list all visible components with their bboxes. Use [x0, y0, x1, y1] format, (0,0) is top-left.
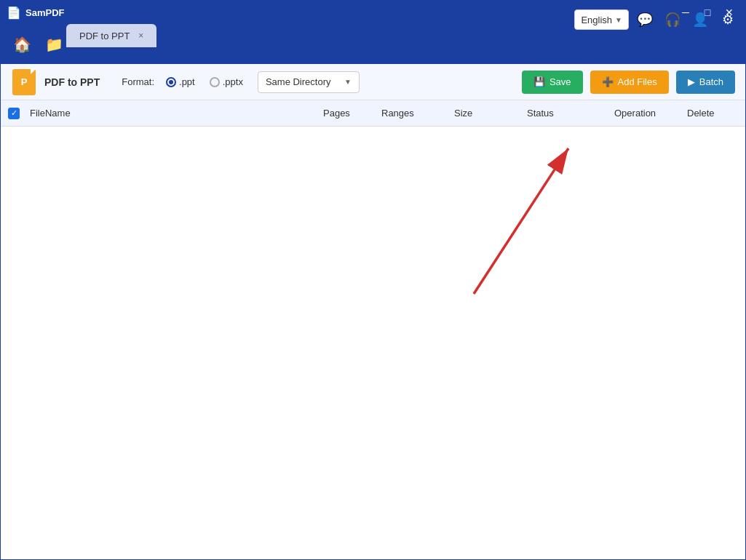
chat-icon: 💬	[637, 12, 653, 28]
pdf-file-icon: P	[12, 69, 36, 95]
ppt-radio[interactable]	[166, 77, 176, 87]
col-header-delete: Delete	[687, 108, 738, 119]
col-header-ranges: Ranges	[381, 108, 454, 119]
svg-line-1	[474, 148, 568, 294]
col-header-size: Size	[454, 108, 527, 119]
settings-button[interactable]: ⚙	[716, 8, 739, 31]
save-button[interactable]: 💾 Save	[522, 71, 583, 94]
batch-button[interactable]: ▶ Batch	[676, 71, 735, 94]
tab-label: PDF to PPT	[79, 31, 130, 41]
col-header-status: Status	[527, 108, 614, 119]
right-toolbar: English ▼ 💬 🎧 👤 ⚙	[574, 8, 739, 31]
pptx-radio[interactable]	[210, 77, 220, 87]
folder-icon: 📁	[45, 36, 63, 53]
ppt-label: .ppt	[179, 76, 195, 87]
home-icon: 🏠	[13, 36, 31, 53]
table-body	[1, 127, 745, 560]
add-files-label: Add Files	[618, 76, 657, 87]
language-selector[interactable]: English ▼	[574, 9, 629, 30]
sub-toolbar: P PDF to PPT Format: .ppt .pptx Same Dir…	[1, 64, 745, 100]
language-value: English	[581, 15, 612, 25]
tab-close-icon[interactable]: ×	[138, 31, 143, 41]
add-icon: ➕	[602, 76, 614, 87]
title-bar-left: 📄 SamPDF	[7, 6, 64, 20]
pdf-icon-container: P	[11, 69, 37, 95]
format-label: Format:	[122, 76, 154, 87]
main-content: P PDF to PPT Format: .ppt .pptx Same Dir…	[1, 64, 745, 560]
table-header: ✓ FileName Pages Ranges Size Status Oper…	[1, 100, 745, 127]
save-label: Save	[549, 76, 571, 87]
app-title: SamPDF	[25, 7, 64, 18]
directory-dropdown-arrow: ▼	[344, 78, 352, 86]
language-dropdown-arrow: ▼	[615, 16, 622, 24]
folder-button[interactable]: 📁	[40, 31, 68, 58]
pptx-label: .pptx	[223, 76, 243, 87]
pdf-to-ppt-tab[interactable]: PDF to PPT ×	[66, 24, 156, 47]
user-icon: 👤	[692, 12, 708, 28]
chat-button[interactable]: 💬	[633, 8, 656, 31]
format-pptx-option[interactable]: .pptx	[210, 76, 243, 87]
add-files-button[interactable]: ➕ Add Files	[590, 71, 669, 94]
header-checkbox-cell: ✓	[8, 108, 30, 119]
headset-button[interactable]: 🎧	[661, 8, 684, 31]
col-header-operation: Operation	[614, 108, 687, 119]
title-bar: 📄 SamPDF PDF to PPT × English ▼ 💬 🎧 👤	[1, 1, 745, 24]
arrow-annotation	[1, 127, 745, 345]
format-ppt-option[interactable]: .ppt	[166, 76, 195, 87]
col-header-pages: Pages	[323, 108, 381, 119]
headset-icon: 🎧	[664, 12, 680, 28]
main-window: 📄 SamPDF PDF to PPT × English ▼ 💬 🎧 👤	[0, 0, 746, 560]
home-button[interactable]: 🏠	[8, 31, 36, 58]
settings-icon: ⚙	[722, 12, 734, 28]
col-header-filename: FileName	[30, 108, 323, 119]
save-icon: 💾	[533, 76, 545, 87]
select-all-checkbox[interactable]: ✓	[8, 108, 20, 119]
app-icon: 📄	[7, 6, 21, 20]
sub-toolbar-title: PDF to PPT	[44, 76, 100, 88]
batch-icon: ▶	[688, 76, 695, 87]
directory-value: Same Directory	[266, 76, 331, 87]
directory-selector[interactable]: Same Directory ▼	[258, 71, 360, 93]
user-button[interactable]: 👤	[689, 8, 712, 31]
batch-label: Batch	[699, 76, 723, 87]
